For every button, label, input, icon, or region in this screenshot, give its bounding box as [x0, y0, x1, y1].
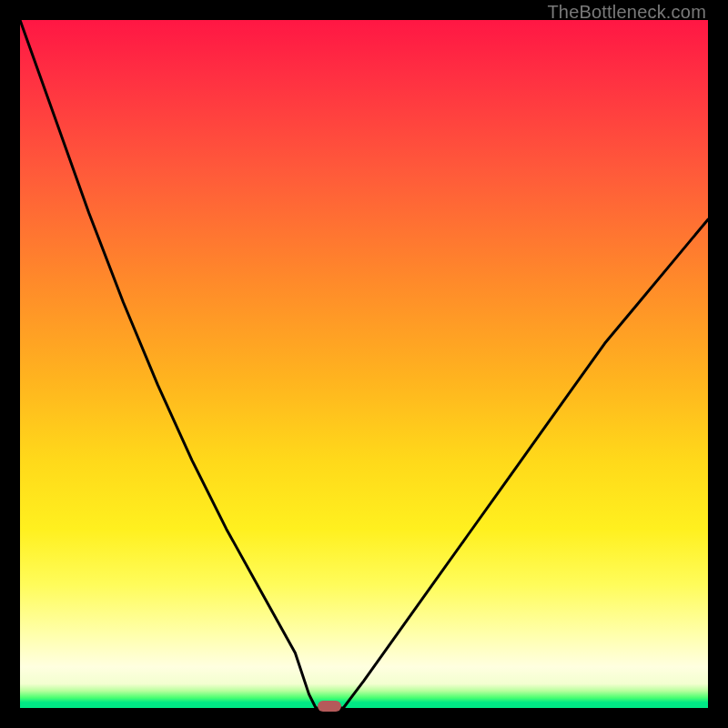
optimal-marker [318, 701, 341, 712]
watermark-text: TheBottleneck.com [547, 2, 706, 23]
curve-path [20, 20, 708, 708]
chart-frame: TheBottleneck.com [0, 0, 728, 728]
bottleneck-curve [20, 20, 708, 708]
